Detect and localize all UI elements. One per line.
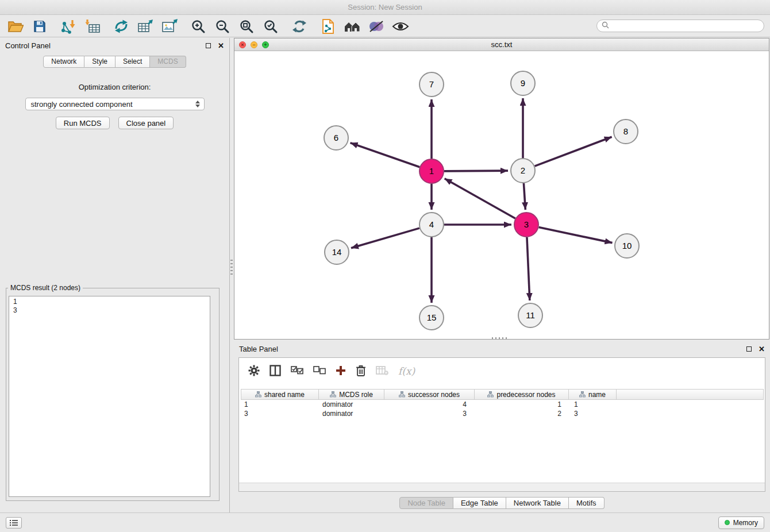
mcds-result-group: MCDS result (2 nodes) 13 bbox=[6, 284, 220, 501]
export-image-icon[interactable] bbox=[161, 18, 178, 35]
horizontal-splitter-handle[interactable] bbox=[492, 337, 507, 340]
edge-3-11[interactable] bbox=[527, 237, 530, 300]
table-cell: 2 bbox=[476, 409, 571, 418]
node-table: shared nameMCDS rolesuccessor nodesprede… bbox=[239, 389, 765, 418]
edge-1-6[interactable] bbox=[351, 143, 420, 167]
tab-network-table[interactable]: Network Table bbox=[506, 497, 569, 509]
column-header-label: predecessor nodes bbox=[496, 391, 555, 399]
column-header-successor-nodes[interactable]: successor nodes bbox=[384, 389, 475, 400]
tab-edge-table[interactable]: Edge Table bbox=[453, 497, 506, 509]
zoom-selected-icon[interactable] bbox=[262, 18, 279, 35]
close-table-panel-icon[interactable]: ✕ bbox=[759, 345, 765, 353]
import-network-icon[interactable] bbox=[60, 18, 77, 35]
column-header-mcds-role[interactable]: MCDS role bbox=[318, 389, 384, 400]
table-tabs: Node TableEdge TableNetwork TableMotifs bbox=[234, 497, 770, 509]
network-node-6[interactable]: 6 bbox=[324, 126, 348, 150]
network-node-10[interactable]: 10 bbox=[615, 234, 639, 258]
columns-icon[interactable] bbox=[270, 365, 281, 378]
table-cell: dominator bbox=[319, 400, 385, 409]
network-canvas[interactable]: 7968124314101511 bbox=[234, 51, 769, 339]
panel-menu-button[interactable] bbox=[6, 517, 22, 529]
zoom-out-icon[interactable] bbox=[214, 18, 231, 35]
network-node-14[interactable]: 14 bbox=[325, 240, 349, 264]
edge-2-3[interactable] bbox=[523, 183, 525, 210]
close-panel-icon[interactable]: ✕ bbox=[218, 42, 224, 49]
tab-style[interactable]: Style bbox=[84, 56, 116, 68]
save-session-icon[interactable] bbox=[31, 18, 48, 35]
toolbar-group bbox=[190, 18, 279, 35]
venn-diagram-icon[interactable] bbox=[368, 18, 385, 35]
tab-network[interactable]: Network bbox=[43, 56, 84, 68]
zoom-in-icon[interactable] bbox=[190, 18, 207, 35]
export-network-icon[interactable] bbox=[113, 18, 130, 35]
clone-network-icon[interactable] bbox=[319, 18, 337, 35]
float-table-panel-icon[interactable] bbox=[746, 346, 752, 352]
edge-4-14[interactable] bbox=[351, 228, 419, 248]
table-row[interactable]: 3dominator323 bbox=[241, 409, 765, 418]
table-cell: 3 bbox=[241, 409, 319, 418]
window-titlebar[interactable]: Session: New Session bbox=[0, 0, 770, 15]
memory-label: Memory bbox=[733, 519, 758, 527]
import-table-icon[interactable] bbox=[84, 18, 101, 35]
maximize-window-icon[interactable]: + bbox=[262, 41, 269, 48]
network-node-9[interactable]: 9 bbox=[511, 71, 535, 95]
add-row-icon[interactable] bbox=[336, 365, 346, 377]
vertical-splitter-handle[interactable] bbox=[230, 260, 233, 275]
search-icon bbox=[602, 21, 609, 30]
open-session-icon[interactable] bbox=[7, 18, 24, 35]
network-node-15[interactable]: 15 bbox=[419, 306, 444, 330]
table-cell: 3 bbox=[571, 409, 619, 418]
network-node-1[interactable]: 1 bbox=[419, 159, 444, 183]
close-window-icon[interactable]: × bbox=[239, 41, 246, 48]
minimize-window-icon[interactable]: − bbox=[251, 41, 257, 48]
network-node-11[interactable]: 11 bbox=[518, 303, 542, 327]
control-panel: Control Panel ✕ NetworkStyleSelectMCDS O… bbox=[0, 38, 230, 512]
edge-3-10[interactable] bbox=[539, 228, 613, 243]
control-panel-title: Control Panel bbox=[5, 41, 51, 50]
tab-motifs[interactable]: Motifs bbox=[569, 497, 605, 509]
column-header-name[interactable]: name bbox=[568, 389, 617, 400]
table-cell: 1 bbox=[571, 400, 619, 409]
eye-icon[interactable] bbox=[392, 18, 409, 35]
search-input[interactable] bbox=[612, 22, 759, 30]
column-header-filler bbox=[616, 389, 764, 400]
network-node-3[interactable]: 3 bbox=[514, 213, 538, 237]
network-node-4[interactable]: 4 bbox=[419, 213, 444, 237]
delete-row-icon[interactable] bbox=[356, 365, 366, 378]
network-node-7[interactable]: 7 bbox=[419, 72, 444, 97]
table-hscrollbar[interactable] bbox=[239, 483, 765, 491]
tab-select[interactable]: Select bbox=[116, 56, 150, 68]
result-line: 3 bbox=[9, 306, 210, 315]
node-label: 8 bbox=[623, 126, 628, 136]
deselect-all-icon[interactable] bbox=[313, 366, 326, 376]
criterion-dropdown[interactable]: strongly connected component bbox=[25, 98, 205, 110]
houses-icon[interactable] bbox=[344, 18, 361, 35]
edge-2-8[interactable] bbox=[535, 137, 612, 166]
search-box[interactable] bbox=[596, 20, 764, 32]
select-all-icon[interactable] bbox=[291, 366, 303, 376]
memory-button[interactable]: Memory bbox=[718, 516, 764, 529]
network-node-8[interactable]: 8 bbox=[614, 119, 638, 144]
table-row[interactable]: 1dominator411 bbox=[241, 400, 765, 409]
network-window-titlebar[interactable]: × − + scc.txt bbox=[234, 38, 769, 51]
edge-3-1[interactable] bbox=[445, 179, 515, 218]
table-cell: 4 bbox=[385, 400, 476, 409]
tab-mcds[interactable]: MCDS bbox=[150, 56, 186, 68]
network-window: × − + scc.txt 7968124314101511 bbox=[234, 38, 769, 340]
column-header-label: shared name bbox=[264, 391, 305, 399]
function-builder-button: f(x) bbox=[398, 365, 415, 377]
float-panel-icon[interactable] bbox=[206, 43, 211, 48]
network-node-2[interactable]: 2 bbox=[511, 159, 535, 183]
refresh-layout-icon[interactable] bbox=[291, 18, 308, 35]
close-panel-button[interactable]: Close panel bbox=[118, 117, 174, 129]
zoom-fit-icon[interactable] bbox=[238, 18, 255, 35]
mcds-result-list[interactable]: 13 bbox=[9, 296, 210, 497]
run-mcds-button[interactable]: Run MCDS bbox=[56, 117, 110, 129]
column-header-shared-name[interactable]: shared name bbox=[241, 389, 319, 400]
table-toolbar: f(x) bbox=[239, 358, 765, 384]
edge-1-2[interactable] bbox=[444, 171, 508, 171]
gear-icon[interactable] bbox=[248, 365, 260, 378]
column-header-predecessor-nodes[interactable]: predecessor nodes bbox=[474, 389, 569, 400]
export-table-icon[interactable] bbox=[137, 18, 154, 35]
tab-node-table[interactable]: Node Table bbox=[399, 497, 453, 509]
